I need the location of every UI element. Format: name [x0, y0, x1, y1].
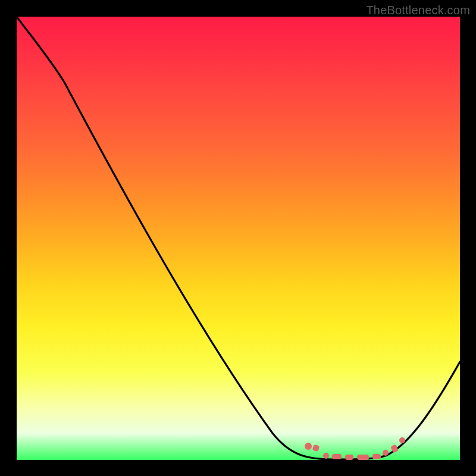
- chart-root: TheBottleneck.com: [0, 0, 476, 476]
- svg-point-9: [399, 437, 405, 443]
- svg-point-0: [305, 443, 312, 450]
- watermark-label: TheBottleneck.com: [366, 4, 470, 17]
- chart-svg: [17, 17, 460, 460]
- svg-point-7: [383, 450, 389, 456]
- svg-rect-4: [345, 455, 353, 460]
- svg-rect-3: [332, 454, 342, 459]
- svg-rect-1: [312, 444, 320, 452]
- plot-area: [17, 17, 460, 460]
- bottleneck-curve-line: [17, 17, 460, 459]
- svg-rect-5: [357, 455, 369, 460]
- optimum-markers: [305, 437, 405, 460]
- svg-point-2: [323, 453, 329, 459]
- svg-rect-6: [372, 454, 381, 459]
